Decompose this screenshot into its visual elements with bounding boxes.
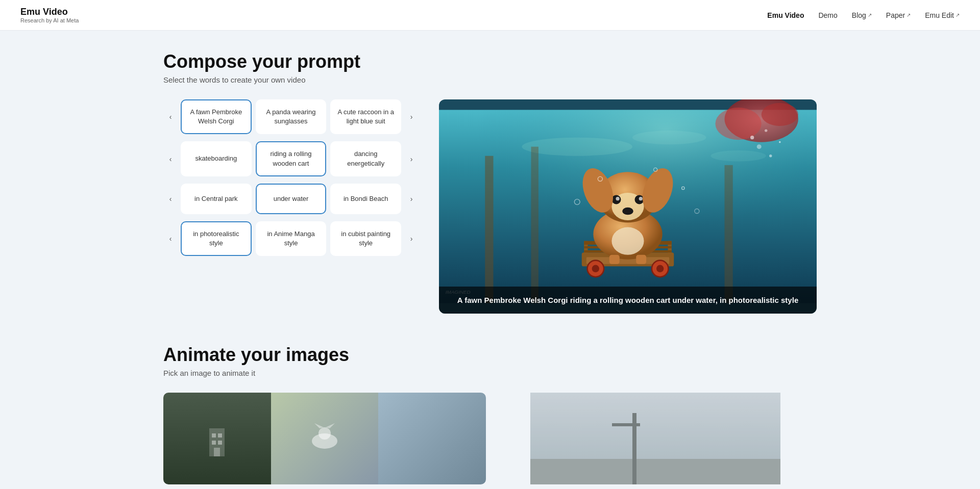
- svg-point-9: [765, 129, 767, 132]
- svg-rect-60: [530, 393, 780, 484]
- logo-title: Emu Video: [20, 7, 79, 18]
- outdoor-scene-svg: [494, 393, 817, 484]
- animate-subtitle: Pick an image to animate it: [163, 369, 817, 377]
- compose-title: Compose your prompt: [163, 51, 817, 72]
- svg-rect-48: [218, 433, 222, 437]
- nav-blog[interactable]: Blog ↗: [852, 11, 872, 19]
- location-prev-button[interactable]: ‹: [163, 192, 178, 206]
- style-prev-button[interactable]: ‹: [163, 231, 178, 246]
- compose-section: Compose your prompt Select the words to …: [163, 51, 817, 314]
- svg-point-28: [611, 227, 644, 255]
- prompt-selector: ‹ A fawn Pembroke Welsh Corgi A panda we…: [163, 99, 419, 263]
- style-next-button[interactable]: ›: [404, 231, 419, 246]
- svg-rect-14: [531, 147, 538, 303]
- nav: Emu Video Demo Blog ↗ Paper ↗ Emu Edit ↗: [767, 11, 960, 19]
- nav-emu-video[interactable]: Emu Video: [767, 11, 804, 19]
- svg-point-10: [757, 144, 762, 149]
- animate-card-1[interactable]: [494, 393, 817, 484]
- action-cards: skateboarding riding a rolling wooden ca…: [181, 141, 401, 176]
- svg-point-31: [622, 208, 633, 215]
- building-icon: [202, 418, 232, 459]
- subject-cards: A fawn Pembroke Welsh Corgi A panda wear…: [181, 99, 401, 134]
- svg-rect-51: [214, 448, 220, 456]
- svg-marker-54: [314, 423, 324, 428]
- main-content: Compose your prompt Select the words to …: [133, 31, 847, 489]
- style-card-0[interactable]: in photorealistic style: [181, 221, 252, 256]
- location-cards: in Central park under water in Bondi Bea…: [181, 184, 401, 214]
- style-cards: in photorealistic style in Anime Manga s…: [181, 221, 401, 256]
- subject-card-2[interactable]: A cute raccoon in a light blue suit: [330, 99, 401, 134]
- svg-rect-13: [485, 156, 493, 303]
- svg-rect-49: [212, 441, 216, 445]
- action-card-2[interactable]: dancing energetically: [330, 141, 401, 176]
- style-card-1[interactable]: in Anime Manga style: [256, 221, 327, 256]
- style-row: ‹ in photorealistic style in Anime Manga…: [163, 221, 419, 256]
- action-prev-button[interactable]: ‹: [163, 152, 178, 166]
- logo-subtitle: Research by AI at Meta: [20, 17, 79, 23]
- svg-point-2: [522, 138, 632, 156]
- location-card-2[interactable]: in Bondi Beach: [330, 184, 401, 214]
- svg-rect-15: [725, 165, 733, 303]
- location-card-1[interactable]: under water: [256, 184, 327, 214]
- corgi-scene-svg: IMAGINED: [439, 99, 817, 314]
- svg-point-3: [632, 131, 706, 144]
- video-preview: IMAGINED A fawn Pembroke Welsh Corgi rid…: [439, 99, 817, 314]
- location-row: ‹ in Central park under water in Bondi B…: [163, 184, 419, 214]
- action-row: ‹ skateboarding riding a rolling wooden …: [163, 141, 419, 176]
- subject-prev-button[interactable]: ‹: [163, 110, 178, 124]
- horse-icon: [304, 418, 345, 459]
- svg-point-7: [762, 103, 798, 126]
- action-card-0[interactable]: skateboarding: [181, 141, 252, 176]
- compose-layout: ‹ A fawn Pembroke Welsh Corgi A panda we…: [163, 99, 817, 314]
- svg-marker-55: [326, 423, 335, 428]
- action-card-1[interactable]: riding a rolling wooden cart: [256, 141, 327, 176]
- svg-point-34: [616, 197, 620, 200]
- svg-rect-39: [636, 255, 646, 264]
- subject-row: ‹ A fawn Pembroke Welsh Corgi A panda we…: [163, 99, 419, 134]
- svg-point-21: [656, 265, 664, 272]
- svg-rect-50: [218, 441, 222, 445]
- svg-point-8: [750, 136, 754, 139]
- svg-point-35: [639, 197, 643, 200]
- blog-external-icon: ↗: [868, 12, 872, 18]
- action-next-button[interactable]: ›: [404, 152, 419, 166]
- nav-demo[interactable]: Demo: [818, 11, 837, 19]
- animate-mosaic-right: [378, 393, 486, 484]
- svg-rect-47: [212, 433, 216, 437]
- animate-title: Animate your images: [163, 344, 817, 366]
- animate-card-0[interactable]: [163, 393, 486, 484]
- video-caption: A fawn Pembroke Welsh Corgi riding a rol…: [439, 287, 817, 314]
- svg-point-19: [592, 265, 599, 272]
- emu-edit-external-icon: ↗: [955, 12, 960, 18]
- location-next-button[interactable]: ›: [404, 192, 419, 206]
- subject-card-0[interactable]: A fawn Pembroke Welsh Corgi: [181, 99, 252, 134]
- nav-paper[interactable]: Paper ↗: [886, 11, 911, 19]
- subject-next-button[interactable]: ›: [404, 110, 419, 124]
- logo-area: Emu Video Research by AI at Meta: [20, 7, 79, 24]
- svg-point-11: [769, 155, 772, 157]
- animate-card-mosaic: [163, 393, 486, 484]
- style-card-2[interactable]: in cubist painting style: [330, 221, 401, 256]
- header: Emu Video Research by AI at Meta Emu Vid…: [0, 0, 980, 31]
- compose-subtitle: Select the words to create your own vide…: [163, 75, 817, 84]
- animate-section: Animate your images Pick an image to ani…: [163, 344, 817, 484]
- animate-images: [163, 393, 817, 484]
- nav-emu-edit[interactable]: Emu Edit ↗: [925, 11, 960, 19]
- svg-point-12: [779, 141, 781, 143]
- svg-point-6: [715, 108, 761, 140]
- animate-mosaic-mid: [271, 393, 379, 484]
- location-card-0[interactable]: in Central park: [181, 184, 252, 214]
- subject-card-1[interactable]: A panda wearing sunglasses: [256, 99, 327, 134]
- animate-mosaic-left: [163, 393, 271, 484]
- paper-external-icon: ↗: [906, 12, 911, 18]
- svg-point-4: [710, 150, 766, 162]
- svg-point-53: [318, 427, 331, 440]
- svg-rect-38: [609, 255, 620, 264]
